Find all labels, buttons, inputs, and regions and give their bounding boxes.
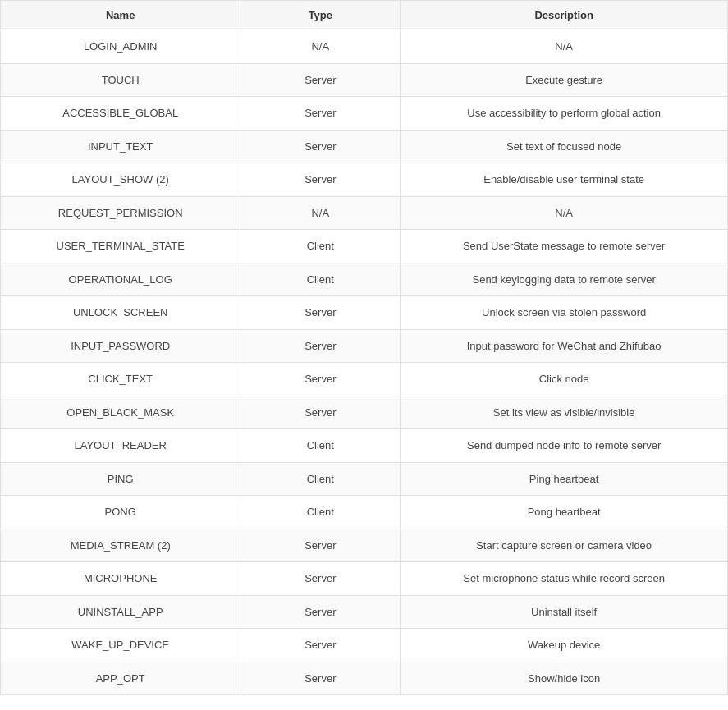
cell-type: Server xyxy=(240,595,401,629)
cell-name: INPUT_TEXT xyxy=(1,130,240,163)
table-row: REQUEST_PERMISSIONN/AN/A xyxy=(1,196,728,230)
table-row: INPUT_PASSWORDServerInput password for W… xyxy=(1,329,728,363)
table-row: ACCESSIBLE_GLOBALServerUse accessibility… xyxy=(1,97,728,131)
cell-type: Server xyxy=(240,163,401,197)
cell-type: Server xyxy=(240,629,401,662)
cell-description: Wakeup device xyxy=(401,629,728,662)
cell-type: Server xyxy=(240,63,401,97)
table-row: OPEN_BLACK_MASKServerSet its view as vis… xyxy=(1,396,728,429)
table-row: PINGClientPing heartbeat xyxy=(1,462,728,496)
table-row: TOUCHServerExecute gesture xyxy=(1,63,728,97)
main-container: Name Type Description LOGIN_ADMINN/AN/AT… xyxy=(0,0,728,710)
cell-name: MEDIA_STREAM (2) xyxy=(1,529,240,562)
table-row: OPERATIONAL_LOGClientSend keylogging dat… xyxy=(1,263,728,296)
table-row: LOGIN_ADMINN/AN/A xyxy=(1,30,728,64)
cell-description: Unlock screen via stolen password xyxy=(401,296,728,330)
table-row: CLICK_TEXTServerClick node xyxy=(1,363,728,396)
cell-name: OPEN_BLACK_MASK xyxy=(1,396,240,429)
cell-description: Set microphone status while record scree… xyxy=(401,562,728,596)
cell-type: Client xyxy=(240,263,401,296)
cell-type: Server xyxy=(240,329,401,363)
table-row: LAYOUT_READERClientSend dumped node info… xyxy=(1,429,728,463)
cell-description: N/A xyxy=(401,196,728,230)
cell-description: Pong heartbeat xyxy=(401,496,728,529)
header-name: Name xyxy=(1,1,240,30)
cell-name: APP_OPT xyxy=(1,662,240,695)
cell-description: Show/hide icon xyxy=(401,662,728,695)
table-row: APP_OPTServerShow/hide icon xyxy=(1,662,728,695)
cell-name: WAKE_UP_DEVICE xyxy=(1,629,240,662)
cell-description: Input password for WeChat and Zhifubao xyxy=(401,329,728,363)
cell-name: ACCESSIBLE_GLOBAL xyxy=(1,97,240,131)
cell-name: REQUEST_PERMISSION xyxy=(1,196,240,230)
cell-name: LOGIN_ADMIN xyxy=(1,30,240,64)
cell-description: Set its view as visible/invisible xyxy=(401,396,728,429)
cell-description: Click node xyxy=(401,363,728,396)
cell-type: Server xyxy=(240,562,401,596)
header-description: Description xyxy=(401,1,728,30)
table-row: UNLOCK_SCREENServerUnlock screen via sto… xyxy=(1,296,728,330)
table-row: PONGClientPong heartbeat xyxy=(1,496,728,529)
table-row: UNINSTALL_APPServerUninstall itself xyxy=(1,595,728,629)
cell-type: Client xyxy=(240,496,401,529)
cell-name: CLICK_TEXT xyxy=(1,363,240,396)
cell-description: Use accessibility to perform global acti… xyxy=(401,97,728,131)
cell-name: MICROPHONE xyxy=(1,562,240,596)
cell-type: Server xyxy=(240,396,401,429)
cell-name: TOUCH xyxy=(1,63,240,97)
cell-description: Send keylogging data to remote server xyxy=(401,263,728,296)
cell-type: Server xyxy=(240,296,401,330)
cell-type: Server xyxy=(240,529,401,562)
cell-name: LAYOUT_SHOW (2) xyxy=(1,163,240,197)
cell-description: Uninstall itself xyxy=(401,595,728,629)
cell-name: UNLOCK_SCREEN xyxy=(1,296,240,330)
data-table: Name Type Description LOGIN_ADMINN/AN/AT… xyxy=(0,0,728,695)
cell-name: PING xyxy=(1,462,240,496)
cell-name: USER_TERMINAL_STATE xyxy=(1,230,240,263)
cell-description: Send UserState message to remote server xyxy=(401,230,728,263)
cell-type: Server xyxy=(240,97,401,131)
cell-type: N/A xyxy=(240,196,401,230)
cell-type: Client xyxy=(240,230,401,263)
cell-type: Server xyxy=(240,130,401,163)
cell-description: Set text of focused node xyxy=(401,130,728,163)
cell-description: Start capture screen or camera video xyxy=(401,529,728,562)
cell-name: PONG xyxy=(1,496,240,529)
table-row: WAKE_UP_DEVICEServerWakeup device xyxy=(1,629,728,662)
cell-description: Ping heartbeat xyxy=(401,462,728,496)
header-type: Type xyxy=(240,1,401,30)
table-row: INPUT_TEXTServerSet text of focused node xyxy=(1,130,728,163)
cell-description: N/A xyxy=(401,30,728,64)
table-row: MEDIA_STREAM (2)ServerStart capture scre… xyxy=(1,529,728,562)
cell-type: Client xyxy=(240,429,401,463)
cell-description: Execute gesture xyxy=(401,63,728,97)
cell-name: UNINSTALL_APP xyxy=(1,595,240,629)
cell-name: INPUT_PASSWORD xyxy=(1,329,240,363)
cell-description: Send dumped node info to remote server xyxy=(401,429,728,463)
cell-name: LAYOUT_READER xyxy=(1,429,240,463)
cell-type: N/A xyxy=(240,30,401,64)
cell-type: Server xyxy=(240,662,401,695)
table-row: MICROPHONEServerSet microphone status wh… xyxy=(1,562,728,596)
cell-name: OPERATIONAL_LOG xyxy=(1,263,240,296)
table-row: USER_TERMINAL_STATEClientSend UserState … xyxy=(1,230,728,263)
table-row: LAYOUT_SHOW (2)ServerEnable/disable user… xyxy=(1,163,728,197)
table-header-row: Name Type Description xyxy=(1,1,728,30)
cell-type: Client xyxy=(240,462,401,496)
cell-description: Enable/disable user terminal state xyxy=(401,163,728,197)
cell-type: Server xyxy=(240,363,401,396)
